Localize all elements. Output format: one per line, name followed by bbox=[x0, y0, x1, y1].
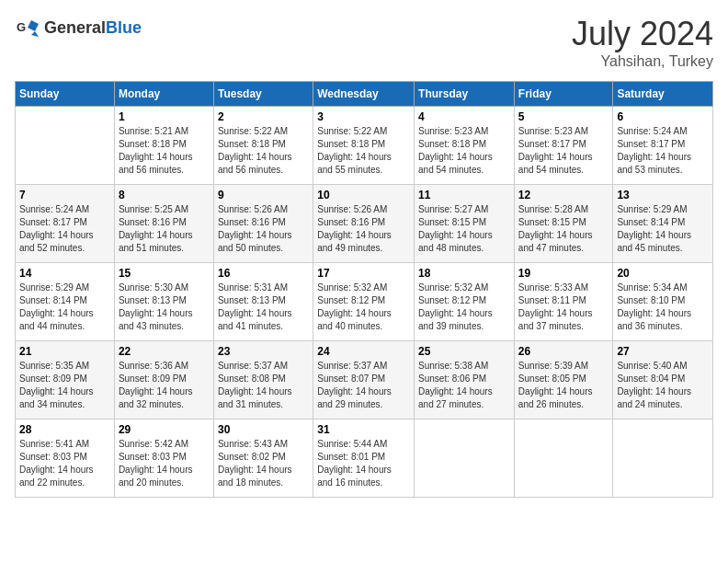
calendar-cell bbox=[613, 419, 713, 498]
calendar-cell: 5Sunrise: 5:23 AM Sunset: 8:17 PM Daylig… bbox=[514, 107, 613, 185]
day-number: 22 bbox=[119, 345, 210, 358]
week-row-2: 7Sunrise: 5:24 AM Sunset: 8:17 PM Daylig… bbox=[16, 185, 713, 263]
day-info: Sunrise: 5:24 AM Sunset: 8:17 PM Dayligh… bbox=[617, 125, 709, 177]
day-number: 8 bbox=[119, 189, 210, 201]
calendar-cell: 20Sunrise: 5:34 AM Sunset: 8:10 PM Dayli… bbox=[613, 263, 713, 341]
day-number: 20 bbox=[617, 267, 709, 280]
day-number: 6 bbox=[617, 110, 709, 123]
calendar-cell: 23Sunrise: 5:37 AM Sunset: 8:08 PM Dayli… bbox=[213, 341, 313, 419]
header-day-tuesday: Tuesday bbox=[213, 82, 313, 107]
day-info: Sunrise: 5:38 AM Sunset: 8:06 PM Dayligh… bbox=[418, 360, 510, 411]
calendar-cell: 8Sunrise: 5:25 AM Sunset: 8:16 PM Daylig… bbox=[114, 185, 213, 263]
day-number: 9 bbox=[218, 189, 309, 201]
day-info: Sunrise: 5:26 AM Sunset: 8:16 PM Dayligh… bbox=[218, 203, 309, 255]
header-day-wednesday: Wednesday bbox=[313, 82, 415, 107]
week-row-3: 14Sunrise: 5:29 AM Sunset: 8:14 PM Dayli… bbox=[16, 263, 713, 341]
day-number: 30 bbox=[218, 423, 309, 436]
day-number: 3 bbox=[317, 110, 410, 123]
day-info: Sunrise: 5:30 AM Sunset: 8:13 PM Dayligh… bbox=[119, 282, 210, 333]
calendar-cell: 31Sunrise: 5:44 AM Sunset: 8:01 PM Dayli… bbox=[313, 419, 415, 498]
day-number: 10 bbox=[317, 189, 410, 201]
day-info: Sunrise: 5:41 AM Sunset: 8:03 PM Dayligh… bbox=[19, 438, 110, 489]
calendar-cell: 22Sunrise: 5:36 AM Sunset: 8:09 PM Dayli… bbox=[114, 341, 213, 419]
day-info: Sunrise: 5:35 AM Sunset: 8:09 PM Dayligh… bbox=[19, 360, 110, 411]
calendar-cell bbox=[415, 419, 515, 498]
location-title: Yahsihan, Turkey bbox=[572, 53, 713, 70]
calendar-table: SundayMondayTuesdayWednesdayThursdayFrid… bbox=[15, 81, 713, 498]
header-day-thursday: Thursday bbox=[415, 82, 515, 107]
svg-marker-2 bbox=[31, 31, 39, 37]
calendar-cell: 21Sunrise: 5:35 AM Sunset: 8:09 PM Dayli… bbox=[16, 341, 115, 419]
header-day-friday: Friday bbox=[514, 82, 613, 107]
week-row-5: 28Sunrise: 5:41 AM Sunset: 8:03 PM Dayli… bbox=[16, 419, 713, 498]
day-number: 18 bbox=[418, 267, 510, 280]
day-number: 21 bbox=[19, 345, 110, 358]
day-number: 11 bbox=[418, 189, 510, 201]
day-number: 26 bbox=[518, 345, 609, 358]
day-info: Sunrise: 5:37 AM Sunset: 8:07 PM Dayligh… bbox=[317, 360, 410, 411]
day-number: 13 bbox=[617, 189, 709, 201]
day-number: 12 bbox=[518, 189, 609, 201]
day-info: Sunrise: 5:42 AM Sunset: 8:03 PM Dayligh… bbox=[119, 438, 210, 489]
calendar-cell: 10Sunrise: 5:26 AM Sunset: 8:16 PM Dayli… bbox=[313, 185, 415, 263]
title-area: July 2024 Yahsihan, Turkey bbox=[572, 15, 713, 70]
calendar-cell: 13Sunrise: 5:29 AM Sunset: 8:14 PM Dayli… bbox=[613, 185, 713, 263]
day-info: Sunrise: 5:43 AM Sunset: 8:02 PM Dayligh… bbox=[218, 438, 309, 489]
day-info: Sunrise: 5:39 AM Sunset: 8:05 PM Dayligh… bbox=[518, 360, 609, 411]
day-number: 16 bbox=[218, 267, 309, 280]
header: G GeneralBlue July 2024 Yahsihan, Turkey bbox=[15, 15, 713, 70]
day-info: Sunrise: 5:28 AM Sunset: 8:15 PM Dayligh… bbox=[518, 203, 609, 255]
calendar-cell bbox=[16, 107, 115, 185]
header-day-monday: Monday bbox=[114, 82, 213, 107]
day-info: Sunrise: 5:31 AM Sunset: 8:13 PM Dayligh… bbox=[218, 282, 309, 333]
day-info: Sunrise: 5:29 AM Sunset: 8:14 PM Dayligh… bbox=[19, 282, 110, 333]
day-number: 24 bbox=[317, 345, 410, 358]
day-number: 15 bbox=[119, 267, 210, 280]
day-number: 29 bbox=[119, 423, 210, 436]
day-number: 7 bbox=[19, 189, 110, 201]
day-number: 19 bbox=[518, 267, 609, 280]
calendar-cell: 28Sunrise: 5:41 AM Sunset: 8:03 PM Dayli… bbox=[16, 419, 115, 498]
calendar-header-row: SundayMondayTuesdayWednesdayThursdayFrid… bbox=[16, 82, 713, 107]
logo-text-general: General bbox=[44, 18, 106, 37]
day-info: Sunrise: 5:34 AM Sunset: 8:10 PM Dayligh… bbox=[617, 282, 709, 333]
calendar-cell: 18Sunrise: 5:32 AM Sunset: 8:12 PM Dayli… bbox=[415, 263, 515, 341]
day-info: Sunrise: 5:29 AM Sunset: 8:14 PM Dayligh… bbox=[617, 203, 709, 255]
day-number: 31 bbox=[317, 423, 410, 436]
day-number: 27 bbox=[617, 345, 709, 358]
calendar-cell: 11Sunrise: 5:27 AM Sunset: 8:15 PM Dayli… bbox=[415, 185, 515, 263]
calendar-cell: 15Sunrise: 5:30 AM Sunset: 8:13 PM Dayli… bbox=[114, 263, 213, 341]
calendar-cell: 25Sunrise: 5:38 AM Sunset: 8:06 PM Dayli… bbox=[415, 341, 515, 419]
logo-icon: G bbox=[15, 15, 40, 40]
day-info: Sunrise: 5:22 AM Sunset: 8:18 PM Dayligh… bbox=[218, 125, 309, 177]
day-info: Sunrise: 5:33 AM Sunset: 8:11 PM Dayligh… bbox=[518, 282, 609, 333]
month-title: July 2024 bbox=[572, 15, 713, 53]
day-info: Sunrise: 5:32 AM Sunset: 8:12 PM Dayligh… bbox=[317, 282, 410, 333]
day-info: Sunrise: 5:36 AM Sunset: 8:09 PM Dayligh… bbox=[119, 360, 210, 411]
calendar-cell: 12Sunrise: 5:28 AM Sunset: 8:15 PM Dayli… bbox=[514, 185, 613, 263]
day-info: Sunrise: 5:23 AM Sunset: 8:17 PM Dayligh… bbox=[518, 125, 609, 177]
day-info: Sunrise: 5:21 AM Sunset: 8:18 PM Dayligh… bbox=[119, 125, 210, 177]
day-number: 2 bbox=[218, 110, 309, 123]
day-number: 17 bbox=[317, 267, 410, 280]
calendar-cell: 27Sunrise: 5:40 AM Sunset: 8:04 PM Dayli… bbox=[613, 341, 713, 419]
day-number: 28 bbox=[19, 423, 110, 436]
day-info: Sunrise: 5:27 AM Sunset: 8:15 PM Dayligh… bbox=[418, 203, 510, 255]
header-day-saturday: Saturday bbox=[613, 82, 713, 107]
day-info: Sunrise: 5:26 AM Sunset: 8:16 PM Dayligh… bbox=[317, 203, 410, 255]
logo: G GeneralBlue bbox=[15, 15, 142, 40]
calendar-cell: 14Sunrise: 5:29 AM Sunset: 8:14 PM Dayli… bbox=[16, 263, 115, 341]
calendar-cell: 1Sunrise: 5:21 AM Sunset: 8:18 PM Daylig… bbox=[114, 107, 213, 185]
day-info: Sunrise: 5:25 AM Sunset: 8:16 PM Dayligh… bbox=[119, 203, 210, 255]
calendar-cell: 7Sunrise: 5:24 AM Sunset: 8:17 PM Daylig… bbox=[16, 185, 115, 263]
day-number: 1 bbox=[119, 110, 210, 123]
calendar-cell: 19Sunrise: 5:33 AM Sunset: 8:11 PM Dayli… bbox=[514, 263, 613, 341]
day-number: 14 bbox=[19, 267, 110, 280]
calendar-cell: 24Sunrise: 5:37 AM Sunset: 8:07 PM Dayli… bbox=[313, 341, 415, 419]
day-number: 25 bbox=[418, 345, 510, 358]
day-info: Sunrise: 5:24 AM Sunset: 8:17 PM Dayligh… bbox=[19, 203, 110, 255]
svg-marker-1 bbox=[28, 20, 39, 31]
day-number: 5 bbox=[518, 110, 609, 123]
day-info: Sunrise: 5:37 AM Sunset: 8:08 PM Dayligh… bbox=[218, 360, 309, 411]
calendar-cell: 6Sunrise: 5:24 AM Sunset: 8:17 PM Daylig… bbox=[613, 107, 713, 185]
